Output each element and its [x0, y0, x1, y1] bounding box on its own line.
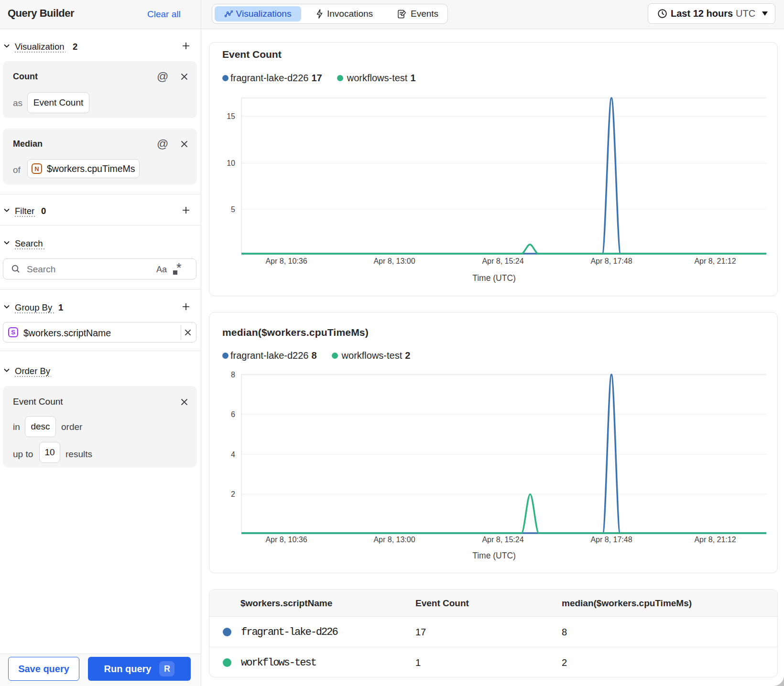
svg-text:4: 4 — [231, 450, 235, 459]
svg-text:Apr 8, 21:12: Apr 8, 21:12 — [694, 257, 736, 265]
svg-text:10: 10 — [227, 159, 235, 167]
svg-text:Apr 8, 17:48: Apr 8, 17:48 — [590, 536, 632, 544]
svg-text:6: 6 — [231, 410, 235, 418]
svg-text:15: 15 — [227, 112, 235, 120]
svg-text:Apr 8, 10:36: Apr 8, 10:36 — [265, 536, 307, 544]
svg-text:8: 8 — [231, 371, 235, 379]
svg-text:Time (UTC): Time (UTC) — [472, 551, 516, 560]
svg-text:Apr 8, 21:12: Apr 8, 21:12 — [694, 536, 736, 544]
svg-text:Apr 8, 13:00: Apr 8, 13:00 — [373, 257, 415, 265]
svg-text:5: 5 — [231, 205, 235, 214]
svg-text:Apr 8, 15:24: Apr 8, 15:24 — [482, 536, 523, 544]
svg-text:Time (UTC): Time (UTC) — [472, 273, 516, 283]
svg-text:Apr 8, 17:48: Apr 8, 17:48 — [590, 257, 632, 265]
svg-text:Apr 8, 10:36: Apr 8, 10:36 — [265, 257, 307, 265]
svg-text:Apr 8, 13:00: Apr 8, 13:00 — [373, 536, 415, 544]
svg-text:2: 2 — [231, 490, 235, 498]
svg-text:Apr 8, 15:24: Apr 8, 15:24 — [482, 257, 523, 265]
